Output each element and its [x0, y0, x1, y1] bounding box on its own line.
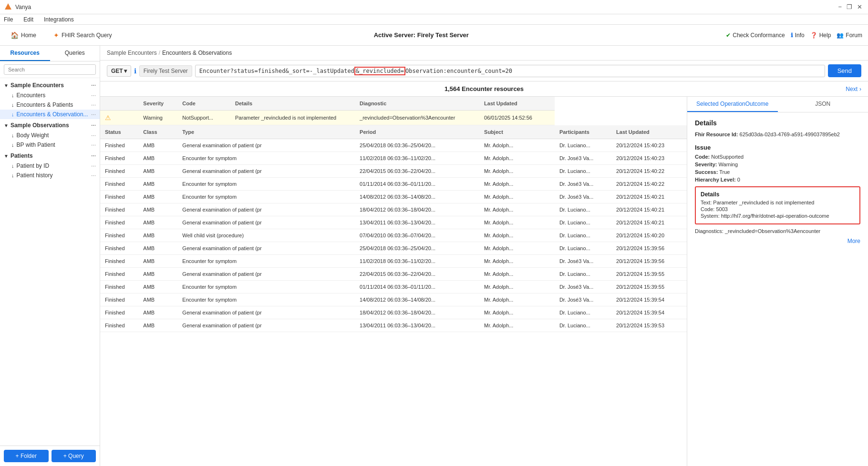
sidebar-item-patient-history[interactable]: ↓ Patient history ···	[0, 171, 100, 180]
table-row[interactable]: Finished AMB General examination of pati…	[100, 319, 687, 332]
add-folder-button[interactable]: + Folder	[4, 450, 49, 462]
cell-subject[interactable]: Mr. Adolph...	[479, 255, 555, 268]
cell-subject[interactable]: Mr. Adolph...	[479, 216, 555, 229]
group-obs-more[interactable]: ···	[91, 122, 96, 129]
query-field[interactable]: Encounter?status=finished&_sort=-_lastUp…	[195, 65, 825, 77]
cell-participants[interactable]: Dr. José3 Va...	[555, 152, 611, 165]
encounters-obs-more[interactable]: ···	[91, 111, 96, 118]
cell-subject[interactable]: Mr. Adolph...	[479, 306, 555, 319]
sidebar-item-encounters-observations[interactable]: ↓ Encounters & Observation... ···	[0, 110, 100, 119]
bp-patient-more[interactable]: ···	[91, 142, 96, 148]
cell-class: AMB	[138, 152, 177, 165]
cell-subject[interactable]: Mr. Adolph...	[479, 294, 555, 306]
menu-edit[interactable]: Edit	[21, 15, 35, 24]
table-row[interactable]: Finished AMB General examination of pati…	[100, 203, 687, 216]
cell-subject[interactable]: Mr. Adolph...	[479, 281, 555, 294]
table-row[interactable]: Finished AMB Encounter for symptom 11/02…	[100, 152, 687, 165]
table-row[interactable]: Finished AMB Encounter for symptom 11/02…	[100, 255, 687, 268]
table-row-warning[interactable]: ⚠ Warning NotSupport... Parameter _revin…	[100, 111, 687, 125]
next-button[interactable]: Next ›	[846, 86, 861, 92]
table-row[interactable]: Finished AMB Encounter for symptom 01/11…	[100, 281, 687, 294]
help-button[interactable]: ❓ Help	[810, 32, 831, 39]
cell-participants[interactable]: Dr. José3 Va...	[555, 281, 611, 294]
body-weight-more[interactable]: ···	[91, 132, 96, 139]
encounters-more[interactable]: ···	[91, 92, 96, 99]
cell-participants[interactable]: Dr. José3 Va...	[555, 191, 611, 203]
group-patients-more[interactable]: ···	[91, 152, 96, 159]
patient-id-more[interactable]: ···	[91, 162, 96, 169]
group-encounters-more[interactable]: ···	[91, 82, 96, 89]
encounters-obs-icon: ↓	[11, 111, 14, 117]
severity-label: Severity:	[695, 162, 717, 167]
get-method-button[interactable]: GET ▾	[107, 65, 131, 77]
forum-button[interactable]: 👥 Forum	[837, 32, 862, 39]
cell-subject[interactable]: Mr. Adolph...	[479, 203, 555, 216]
table-row[interactable]: Finished AMB General examination of pati…	[100, 216, 687, 229]
search-input[interactable]	[4, 64, 96, 75]
cell-subject[interactable]: Mr. Adolph...	[479, 242, 555, 255]
breadcrumb-parent[interactable]: Sample Encounters	[107, 50, 157, 56]
cell-subject[interactable]: Mr. Adolph...	[479, 229, 555, 242]
cell-participants[interactable]: Dr. Luciano...	[555, 306, 611, 319]
panel-more-button[interactable]: More	[695, 238, 860, 244]
encounters-patients-more[interactable]: ···	[91, 101, 96, 108]
cell-participants[interactable]: Dr. Luciano...	[555, 165, 611, 178]
detail-box-title: Details	[701, 191, 855, 198]
patient-history-more[interactable]: ···	[91, 172, 96, 179]
tree-group-observations: ▼ Sample Observations ··· ↓ Body Weight …	[0, 120, 100, 150]
tab-resources[interactable]: Resources	[0, 46, 50, 61]
query-info-icon[interactable]: ℹ	[134, 67, 136, 75]
tab-queries[interactable]: Queries	[50, 46, 100, 61]
cell-participants[interactable]: Dr. Luciano...	[555, 319, 611, 332]
minimize-button[interactable]: −	[838, 3, 842, 10]
panel-tab-outcome[interactable]: Selected OperationOutcome	[687, 97, 778, 112]
fhir-search-button[interactable]: ✦ FHIR Search Query	[49, 30, 116, 41]
maximize-button[interactable]: ❐	[847, 3, 852, 10]
check-conformance-button[interactable]: ✔ Check Conformance	[726, 32, 785, 39]
cell-participants[interactable]: Dr. José3 Va...	[555, 294, 611, 306]
cell-participants[interactable]: Dr. José3 Va...	[555, 255, 611, 268]
table-row[interactable]: Finished AMB Encounter for symptom 01/11…	[100, 178, 687, 191]
cell-subject[interactable]: Mr. Adolph...	[479, 319, 555, 332]
cell-subject[interactable]: Mr. Adolph...	[479, 191, 555, 203]
cell-subject[interactable]: Mr. Adolph...	[479, 165, 555, 178]
panel-tab-json[interactable]: JSON	[778, 97, 868, 112]
cell-period: 11/02/2018 06:03:36–11/02/20...	[355, 152, 479, 165]
table-row[interactable]: Finished AMB Encounter for symptom 14/08…	[100, 191, 687, 203]
window-controls[interactable]: − ❐ ✕	[838, 3, 862, 10]
info-button[interactable]: ℹ Info	[791, 32, 805, 39]
table-row[interactable]: Finished AMB General examination of pati…	[100, 268, 687, 281]
sidebar-item-encounters-patients[interactable]: ↓ Encounters & Patients ···	[0, 100, 100, 110]
cell-subject[interactable]: Mr. Adolph...	[479, 152, 555, 165]
tree-group-patients-header[interactable]: ▼ Patients ···	[0, 151, 100, 161]
cell-participants[interactable]: Dr. Luciano...	[555, 139, 611, 152]
cell-participants[interactable]: Dr. Luciano...	[555, 242, 611, 255]
cell-participants[interactable]: Dr. José3 Va...	[555, 178, 611, 191]
cell-participants[interactable]: Dr. Luciano...	[555, 216, 611, 229]
cell-participants[interactable]: Dr. Luciano...	[555, 268, 611, 281]
group-observations-label: Sample Observations	[10, 122, 69, 129]
sidebar-item-bp-patient[interactable]: ↓ BP with Patient ···	[0, 140, 100, 150]
cell-subject[interactable]: Mr. Adolph...	[479, 178, 555, 191]
table-row[interactable]: Finished AMB General examination of pati…	[100, 139, 687, 152]
close-button[interactable]: ✕	[857, 3, 862, 10]
cell-subject[interactable]: Mr. Adolph...	[479, 268, 555, 281]
cell-subject[interactable]: Mr. Adolph...	[479, 139, 555, 152]
menu-file[interactable]: File	[2, 15, 15, 24]
table-row[interactable]: Finished AMB General examination of pati…	[100, 242, 687, 255]
table-row[interactable]: Finished AMB General examination of pati…	[100, 165, 687, 178]
tree-group-encounters-header[interactable]: ▼ Sample Encounters ···	[0, 80, 100, 91]
sidebar-item-patient-id[interactable]: ↓ Patient by ID ···	[0, 161, 100, 171]
sidebar-item-body-weight[interactable]: ↓ Body Weight ···	[0, 131, 100, 140]
home-button[interactable]: 🏠 Home	[6, 30, 41, 41]
table-row[interactable]: Finished AMB Encounter for symptom 14/08…	[100, 294, 687, 306]
cell-participants[interactable]: Dr. Luciano...	[555, 229, 611, 242]
table-row[interactable]: Finished AMB General examination of pati…	[100, 306, 687, 319]
menu-integrations[interactable]: Integrations	[42, 15, 76, 24]
sidebar-item-encounters[interactable]: ↓ Encounters ···	[0, 91, 100, 100]
table-row[interactable]: Finished AMB Well child visit (procedure…	[100, 229, 687, 242]
send-button[interactable]: Send	[828, 64, 861, 77]
cell-participants[interactable]: Dr. Luciano...	[555, 203, 611, 216]
tree-group-observations-header[interactable]: ▼ Sample Observations ···	[0, 120, 100, 131]
add-query-button[interactable]: + Query	[52, 450, 96, 462]
